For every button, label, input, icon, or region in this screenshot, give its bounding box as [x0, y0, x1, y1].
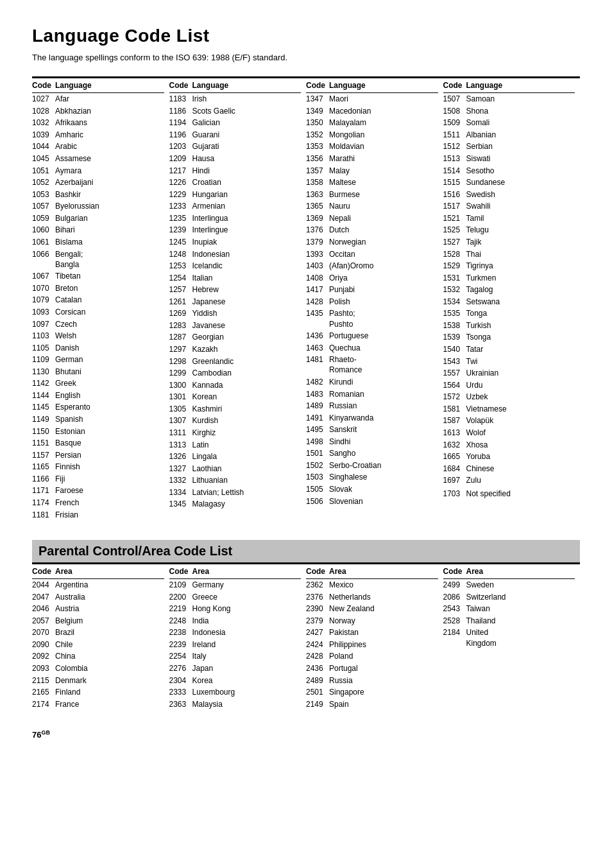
lang-row: 1103Welsh	[32, 330, 164, 342]
area-row: 2528Thailand	[443, 615, 575, 627]
area-row: 2200Greece	[169, 591, 302, 603]
lang-row: 1517Swahili	[443, 200, 575, 213]
lang-row: 1665Yoruba	[443, 451, 575, 463]
area-col-3: CodeArea2499Sweden2086Switzerland2543Tai…	[443, 564, 581, 710]
area-row: 2276Japan	[169, 663, 302, 675]
lang-row: 1181Frisian	[32, 508, 164, 521]
area-row: 2362Mexico	[306, 578, 438, 591]
lang-row: 1489Russian	[306, 400, 438, 412]
lang-row: 1525Telugu	[443, 224, 575, 236]
lang-row: 1032Afrikaans	[32, 117, 164, 129]
lang-row: 1352Mongolian	[306, 129, 438, 141]
lang-row: 1501Sangho	[306, 447, 438, 460]
lang-row: 1196Guarani	[169, 129, 302, 141]
lang-row: 1301Korean	[169, 391, 302, 403]
lang-row: 1209Hausa	[169, 153, 302, 165]
lang-row: 1408Oriya	[306, 272, 438, 284]
lang-row: 1052Azerbaijani	[32, 177, 164, 189]
lang-row: 1145Esperanto	[32, 401, 164, 413]
lang-row: 1051Aymara	[32, 164, 164, 177]
lang-row: 1363Burmese	[306, 189, 438, 201]
lang-row: 1307Kurdish	[169, 415, 302, 427]
area-row: 2379Norway	[306, 615, 438, 627]
area-row: 2424Philippines	[306, 639, 438, 651]
lang-row: 1326Lingala	[169, 451, 302, 463]
area-row: 2248India	[169, 615, 302, 627]
lang-row: 1233Armenian	[169, 200, 302, 213]
area-col-2: CodeArea2362Mexico2376Netherlands2390New…	[306, 564, 443, 710]
lang-row: 1157Persian	[32, 449, 164, 462]
lang-row: 1436Portuguese	[306, 330, 438, 342]
lang-row: 1697Zulu	[443, 474, 575, 487]
subtitle: The language spellings conform to the IS…	[32, 53, 580, 62]
lang-row: 1226Croatian	[169, 177, 302, 189]
lang-row: 1311Kirghiz	[169, 427, 302, 439]
lang-row: 1353Moldavian	[306, 141, 438, 153]
lang-row: 1066Bengali;Bangla	[32, 248, 164, 270]
lang-row: 1357Malay	[306, 164, 438, 177]
lang-row: 1529Tigrinya	[443, 260, 575, 272]
lang-col-3: CodeLanguage1507Samoan1508Shona1509Somal…	[443, 78, 581, 521]
area-row: 2363Malaysia	[169, 699, 302, 711]
lang-row: 1313Latin	[169, 438, 302, 451]
area-row: 2239Ireland	[169, 639, 302, 651]
lang-row: 1581Vietnamese	[443, 403, 575, 415]
lang-row: 1503Singhalese	[306, 471, 438, 483]
lang-row: 1513Siswati	[443, 153, 575, 165]
lang-row: 1186Scots Gaelic	[169, 105, 302, 117]
lang-row: 1507Samoan	[443, 93, 575, 105]
lang-row: 1502Serbo-Croatian	[306, 460, 438, 472]
lang-row: 1495Sanskrit	[306, 424, 438, 436]
lang-row: 1248Indonesian	[169, 248, 302, 260]
lang-row: 1428Polish	[306, 296, 438, 308]
lang-row: 1505Slovak	[306, 483, 438, 496]
lang-row: 1283Javanese	[169, 320, 302, 332]
lang-row: 1027Afar	[32, 93, 164, 105]
lang-row: 1257Hebrew	[169, 284, 302, 296]
lang-row: 1239Interlingue	[169, 224, 302, 236]
lang-row: 1369Nepali	[306, 213, 438, 225]
lang-row: 1531Turkmen	[443, 272, 575, 284]
lang-row: 1194Galician	[169, 117, 302, 129]
lang-row: 1521Tamil	[443, 213, 575, 225]
lang-row: 1435Pashto;Pushto	[306, 308, 438, 330]
lang-row: 1538Turkish	[443, 320, 575, 332]
area-row: 2489Russia	[306, 674, 438, 686]
lang-row: 1528Thai	[443, 248, 575, 260]
lang-row: 1417Punjabi	[306, 284, 438, 296]
area-row: 2501Singapore	[306, 686, 438, 699]
lang-row: 1540Tatar	[443, 343, 575, 356]
lang-row: 1149Spanish	[32, 413, 164, 426]
lang-row: 1332Lithuanian	[169, 474, 302, 487]
lang-row: 1516Swedish	[443, 189, 575, 201]
lang-row: 1254Italian	[169, 272, 302, 284]
lang-col-1: CodeLanguage1183Irish1186Scots Gaelic119…	[169, 78, 307, 521]
area-row: 2090Chile	[32, 639, 164, 651]
lang-row: 1150Estonian	[32, 425, 164, 437]
lang-row: 1070Breton	[32, 282, 164, 295]
lang-row: 1349Macedonian	[306, 105, 438, 117]
lang-row: 1347Maori	[306, 93, 438, 105]
lang-row: 1060Bihari	[32, 224, 164, 236]
area-row: 2376Netherlands	[306, 591, 438, 603]
lang-row: 1229Hungarian	[169, 189, 302, 201]
lang-row: 1463Quechua	[306, 342, 438, 354]
lang-row: 1298Greenlandic	[169, 355, 302, 367]
lang-col-0: CodeLanguage1027Afar1028Abkhazian1032Afr…	[32, 78, 169, 521]
lang-row: 1365Nauru	[306, 200, 438, 213]
lang-row: 1557Ukrainian	[443, 367, 575, 379]
lang-row: 1543Twi	[443, 355, 575, 367]
area-row: 2092China	[32, 650, 164, 663]
lang-row: 1253Icelandic	[169, 260, 302, 272]
lang-row: 1511Albanian	[443, 129, 575, 141]
area-row: 2333Luxembourg	[169, 686, 302, 699]
language-section: CodeLanguage1027Afar1028Abkhazian1032Afr…	[32, 76, 580, 521]
area-row: 2149Spain	[306, 699, 438, 711]
area-row: 2238Indonesia	[169, 627, 302, 639]
lang-row: 1506Slovenian	[306, 495, 438, 507]
lang-row: 1261Japanese	[169, 296, 302, 308]
lang-row: 1300Kannada	[169, 379, 302, 392]
parental-section: Parental Control/Area Code List CodeArea…	[32, 540, 580, 710]
area-row: 2093Colombia	[32, 663, 164, 675]
area-row: 2046Austria	[32, 603, 164, 615]
